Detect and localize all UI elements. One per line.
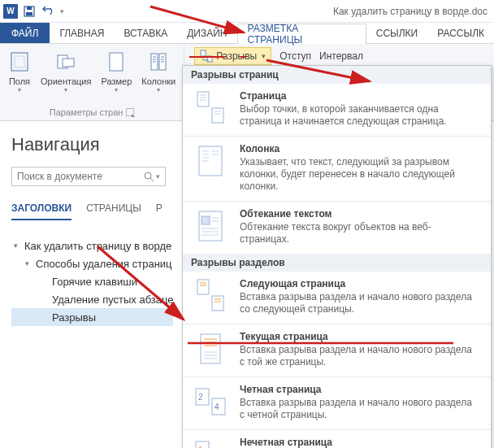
indent-label: Отступ xyxy=(280,50,311,62)
svg-rect-36 xyxy=(202,216,210,224)
svg-rect-43 xyxy=(212,296,223,311)
gallery-section-section-breaks: Разрывы разделов xyxy=(183,254,491,272)
gallery-item-continuous[interactable]: Текущая страницаВставка разрыва раздела … xyxy=(183,324,491,376)
svg-text:4: 4 xyxy=(214,402,219,411)
breaks-button[interactable]: Разрывы▾ xyxy=(194,47,271,65)
word-app-icon: W xyxy=(3,4,18,19)
nav-tab-results[interactable]: Р xyxy=(156,202,162,220)
svg-point-19 xyxy=(145,172,151,179)
svg-rect-4 xyxy=(11,53,28,71)
svg-rect-2 xyxy=(26,12,32,15)
svg-line-20 xyxy=(150,178,154,181)
group-page-setup: Поля▾ Ориентация▾ Размер▾ Колонки▾ Парам… xyxy=(0,44,184,120)
page-setup-launcher-icon[interactable] xyxy=(126,108,134,116)
gallery-item-text-wrapping[interactable]: Обтекание текстомОбтекание текста вокруг… xyxy=(183,201,491,254)
gallery-item-odd-page[interactable]: 13 Нечетная страницаВставка разрыва разд… xyxy=(183,429,491,448)
svg-text:2: 2 xyxy=(198,393,203,402)
nav-tabs: ЗАГОЛОВКИ СТРАНИЦЫ Р xyxy=(11,202,173,220)
tree-item[interactable]: Горячие клавиши xyxy=(11,272,173,290)
save-icon[interactable] xyxy=(23,5,36,18)
ribbon-tabs: ФАЙЛ ГЛАВНАЯ ВСТАВКА ДИЗАЙН РАЗМЕТКА СТР… xyxy=(0,23,494,44)
svg-rect-8 xyxy=(110,53,123,71)
page-setup-caption: Параметры стран xyxy=(50,107,124,117)
breaks-gallery: Разрывы страниц СтраницаВыбор точки, в к… xyxy=(182,65,492,448)
gallery-item-column[interactable]: КолонкаУказывает, что текст, следующий з… xyxy=(183,136,491,201)
tab-references[interactable]: ССЫЛКИ xyxy=(366,23,427,43)
tab-mailings[interactable]: РАССЫЛК xyxy=(427,23,494,43)
search-field[interactable] xyxy=(17,171,143,182)
headings-tree: ▾Как удалить страницу в ворде ▾Способы у… xyxy=(11,237,173,326)
tree-item[interactable]: Удаление пустых абзацев в xyxy=(11,290,173,308)
search-input[interactable]: ▾ xyxy=(11,167,166,186)
svg-rect-18 xyxy=(207,56,212,62)
tab-file[interactable]: ФАЙЛ xyxy=(0,23,50,43)
gallery-item-even-page[interactable]: 24 Четная страницаВставка разрыва раздел… xyxy=(183,376,491,429)
svg-rect-17 xyxy=(201,50,206,56)
navigation-pane: Навигация ▾ ЗАГОЛОВКИ СТРАНИЦЫ Р ▾Как уд… xyxy=(0,121,181,334)
svg-rect-7 xyxy=(63,59,74,67)
svg-rect-22 xyxy=(212,108,223,123)
gallery-item-page[interactable]: СтраницаВыбор точки, в которой заканчива… xyxy=(183,84,491,136)
margins-button[interactable]: Поля▾ xyxy=(5,47,34,93)
title-bar: W ▾ Как удалить страницу в ворде.doc xyxy=(0,0,494,23)
svg-rect-42 xyxy=(197,280,209,294)
tab-design[interactable]: ДИЗАЙН xyxy=(177,23,236,43)
svg-rect-48 xyxy=(201,334,220,363)
qat-customize-icon[interactable]: ▾ xyxy=(60,7,64,15)
svg-rect-35 xyxy=(199,211,222,241)
navigation-title: Навигация xyxy=(11,134,173,155)
breaks-icon xyxy=(200,50,213,63)
columns-button[interactable]: Колонки▾ xyxy=(138,47,179,93)
tree-item-selected[interactable]: Разрывы xyxy=(11,308,173,326)
nav-tab-headings[interactable]: ЗАГОЛОВКИ xyxy=(11,202,72,220)
tab-page-layout[interactable]: РАЗМЕТКА СТРАНИЦЫ xyxy=(237,24,366,44)
nav-tab-pages[interactable]: СТРАНИЦЫ xyxy=(86,202,141,220)
size-button[interactable]: Размер▾ xyxy=(98,47,135,93)
gallery-item-next-page[interactable]: Следующая страницаВставка разрыва раздел… xyxy=(183,272,491,324)
search-options-icon[interactable]: ▾ xyxy=(156,172,160,181)
svg-rect-21 xyxy=(197,92,209,107)
undo-icon[interactable] xyxy=(41,5,55,18)
svg-rect-5 xyxy=(15,56,24,67)
tab-insert[interactable]: ВСТАВКА xyxy=(114,23,177,43)
search-icon xyxy=(143,171,154,182)
tree-item[interactable]: ▾Как удалить страницу в ворде xyxy=(11,237,173,254)
workspace: Навигация ▾ ЗАГОЛОВКИ СТРАНИЦЫ Р ▾Как уд… xyxy=(0,121,494,334)
orientation-button[interactable]: Ориентация▾ xyxy=(37,47,94,93)
quick-access-toolbar: W ▾ xyxy=(3,4,64,19)
svg-rect-1 xyxy=(27,7,32,10)
tab-home[interactable]: ГЛАВНАЯ xyxy=(50,23,114,43)
document-title: Как удалить страницу в ворде.doc xyxy=(333,6,491,17)
tree-item[interactable]: ▾Способы удаления страниц xyxy=(11,254,173,272)
spacing-label: Интервал xyxy=(319,50,363,62)
gallery-section-page-breaks: Разрывы страниц xyxy=(183,66,491,84)
